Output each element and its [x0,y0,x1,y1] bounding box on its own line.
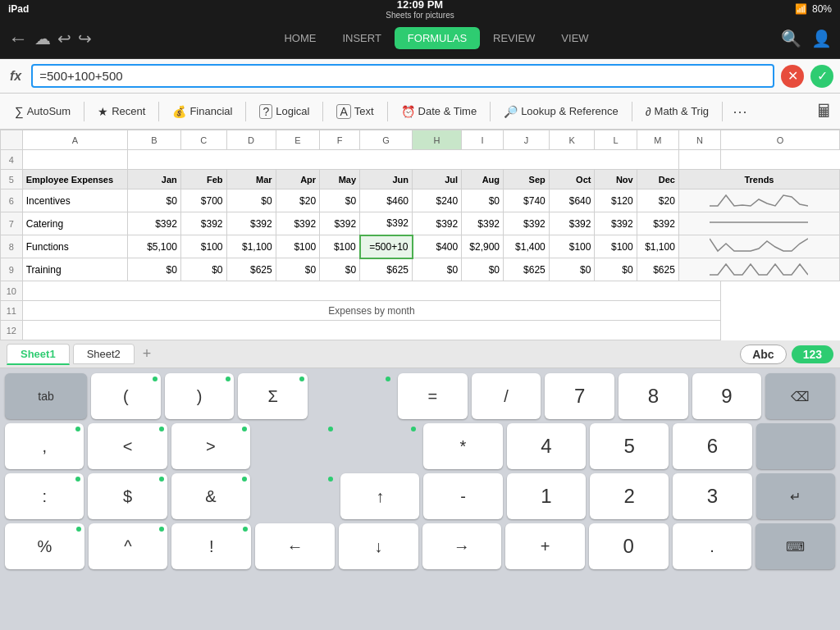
cell-training-mar[interactable]: $625 [226,258,276,281]
cell-training-jul[interactable]: $0 [413,258,462,281]
cell-catering-dec[interactable]: $392 [637,212,678,235]
key-3[interactable]: 3 [673,473,751,519]
key-equals[interactable]: = [398,373,468,419]
cell-functions-mar[interactable]: $1,100 [226,235,276,258]
logical-button[interactable]: ? Logical [251,100,317,123]
add-sheet-button[interactable]: + [138,345,157,363]
tab-view[interactable]: VIEW [548,27,601,49]
cell-catering-label[interactable]: Catering [22,212,128,235]
account-icon[interactable]: 👤 [811,29,832,48]
cell-incentives-label[interactable]: Incentives [22,189,128,212]
lookup-button[interactable]: 🔎 Lookup & Reference [495,101,627,122]
cell-incentives-jun[interactable]: $460 [360,189,413,212]
cell-incentives-mar[interactable]: $0 [226,189,276,212]
redo-icon[interactable]: ↪ [78,29,92,48]
more-button[interactable]: ⋯ [728,103,752,121]
cell-training-jan[interactable]: $0 [128,258,181,281]
recent-button[interactable]: ★ Recent [89,101,153,122]
cell-o4[interactable] [678,150,720,170]
header-aug[interactable]: Aug [462,170,504,189]
key-period[interactable]: . [673,523,752,569]
cell-training-feb[interactable]: $0 [180,258,226,281]
key-less[interactable]: < [88,423,167,469]
key-4[interactable]: 4 [507,423,586,469]
key-5[interactable]: 5 [590,423,669,469]
key-1[interactable]: 1 [507,473,586,519]
formula-input[interactable] [31,64,774,88]
header-trends[interactable]: Trends [678,170,839,189]
header-dec[interactable]: Dec [637,170,678,189]
header-may[interactable]: May [320,170,360,189]
key-6[interactable]: 6 [673,423,751,469]
undo-icon[interactable]: ↩ [57,29,71,48]
cell-functions-aug[interactable]: $2,900 [462,235,504,258]
key-exclaim[interactable]: ! [171,523,251,569]
calculator-button[interactable]: 🖩 [815,101,833,122]
key-dollar[interactable]: $ [88,473,167,519]
search-icon[interactable]: 🔍 [781,29,801,48]
header-oct[interactable]: Oct [549,170,595,189]
cell-functions-jan[interactable]: $5,100 [128,235,181,258]
confirm-button[interactable]: ✓ [810,65,833,88]
cell-functions-dec[interactable]: $1,100 [637,235,678,258]
cell-incentives-dec[interactable]: $20 [637,189,678,212]
cell-functions-apr[interactable]: $100 [276,235,319,258]
cell-training-oct[interactable]: $0 [549,258,595,281]
key-delete[interactable]: ⌫ [765,373,835,419]
cell-training-label[interactable]: Training [22,258,128,281]
back-icon[interactable]: ← [8,27,28,50]
header-sep[interactable]: Sep [504,170,550,189]
cell-catering-jun[interactable]: $392 [360,212,413,235]
key-comma[interactable]: , [5,423,84,469]
cell-functions-label[interactable]: Functions [22,235,128,258]
cell-b4[interactable] [128,150,679,170]
key-colon[interactable]: : [5,473,84,519]
key-right-arrow[interactable]: → [422,523,502,569]
cell-functions-sep[interactable]: $1,400 [504,235,550,258]
cell-functions-may[interactable]: $100 [320,235,360,258]
cell-incentives-sep[interactable]: $740 [504,189,550,212]
sheet-tab-2[interactable]: Sheet2 [73,344,135,364]
cell-training-sep[interactable]: $625 [504,258,550,281]
cell-catering-mar[interactable]: $392 [226,212,276,235]
header-jun[interactable]: Jun [360,170,413,189]
key-sigma[interactable]: Σ [238,373,308,419]
cancel-button[interactable]: ✕ [781,65,804,88]
autosum-button[interactable]: ∑ AutoSum [7,100,79,122]
key-0[interactable]: 0 [589,523,669,569]
cell-functions-oct[interactable]: $100 [549,235,595,258]
key-down-arrow[interactable]: ↓ [339,523,418,569]
cell-catering-aug[interactable]: $392 [462,212,504,235]
cell-a11[interactable]: Expenses by month [22,301,720,321]
cell-a4[interactable] [22,150,128,170]
header-jul[interactable]: Jul [413,170,462,189]
tab-review[interactable]: REVIEW [480,27,548,49]
key-caret[interactable]: ^ [89,523,168,569]
header-jan[interactable]: Jan [128,170,181,189]
cell-training-jun[interactable]: $625 [360,258,413,281]
key-greater[interactable]: > [171,423,250,469]
cell-incentives-apr[interactable]: $20 [276,189,319,212]
cell-a12[interactable] [22,321,720,340]
cell-catering-may[interactable]: $392 [320,212,360,235]
cell-incentives-nov[interactable]: $120 [595,189,637,212]
header-feb[interactable]: Feb [180,170,226,189]
key-percent[interactable]: % [5,523,84,569]
key-2[interactable]: 2 [590,473,669,519]
cell-incentives-jan[interactable]: $0 [128,189,181,212]
sheet-tab-1[interactable]: Sheet1 [7,344,70,365]
key-close-paren[interactable]: ) [165,373,235,419]
cell-catering-jan[interactable]: $392 [128,212,181,235]
key-keyboard-icon[interactable]: ⌨ [756,523,835,569]
key-9[interactable]: 9 [692,373,762,419]
key-ampersand[interactable]: & [171,473,250,519]
tab-formulas[interactable]: FORMULAS [395,27,480,49]
key-open-paren[interactable]: ( [91,373,161,419]
cell-catering-nov[interactable]: $392 [595,212,637,235]
cell-training-may[interactable]: $0 [320,258,360,281]
key-asterisk[interactable]: * [423,423,502,469]
cell-incentives-oct[interactable]: $640 [549,189,595,212]
header-nov[interactable]: Nov [595,170,637,189]
abc-mode-button[interactable]: Abc [740,345,786,364]
cell-incentives-aug[interactable]: $0 [462,189,504,212]
